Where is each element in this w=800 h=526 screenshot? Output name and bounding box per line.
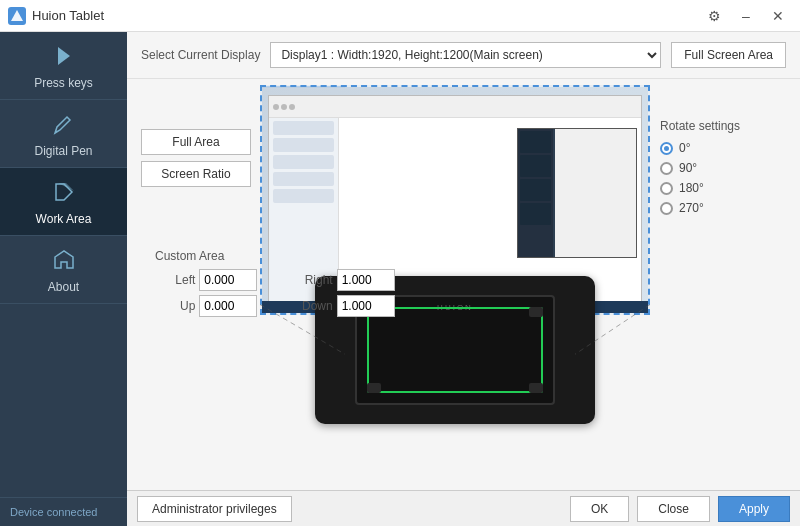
svg-marker-3 bbox=[56, 184, 72, 200]
huion-mini-content bbox=[555, 129, 636, 257]
up-input[interactable] bbox=[199, 295, 257, 317]
press-keys-icon bbox=[50, 42, 78, 70]
mini-item-3 bbox=[520, 179, 551, 201]
ok-button[interactable]: OK bbox=[570, 496, 629, 522]
fullscreen-button[interactable]: Full Screen Area bbox=[671, 42, 786, 68]
fe-toolbar bbox=[269, 96, 641, 118]
sidebar-item-work-area[interactable]: Work Area bbox=[0, 168, 127, 236]
toolbar-dot-2 bbox=[281, 104, 287, 110]
window-controls: ⚙ – ✕ bbox=[700, 6, 792, 26]
digital-pen-icon bbox=[50, 110, 78, 138]
app-title: Huion Tablet bbox=[32, 8, 700, 23]
content-area: Select Current Display Display1 : Width:… bbox=[127, 32, 800, 526]
rotate-radio-90[interactable] bbox=[660, 162, 673, 175]
app-icon bbox=[8, 7, 26, 25]
fe-sidebar-item-3 bbox=[273, 155, 334, 169]
work-display: HUION bbox=[127, 79, 800, 490]
mini-item-2 bbox=[520, 155, 551, 177]
rotate-option-180[interactable]: 180° bbox=[660, 181, 780, 195]
mini-item-1 bbox=[520, 131, 551, 153]
settings-button[interactable]: ⚙ bbox=[700, 6, 728, 26]
corner-bl bbox=[367, 383, 381, 393]
admin-button[interactable]: Administrator privileges bbox=[137, 496, 292, 522]
rotate-option-90[interactable]: 90° bbox=[660, 161, 780, 175]
left-label: Left bbox=[155, 273, 195, 287]
down-input[interactable] bbox=[337, 295, 395, 317]
right-input[interactable] bbox=[337, 269, 395, 291]
tablet-active-area bbox=[367, 307, 543, 393]
custom-area-title: Custom Area bbox=[155, 249, 415, 263]
right-label: Right bbox=[282, 273, 333, 287]
sidebar-item-about[interactable]: About bbox=[0, 236, 127, 304]
rotate-label-90: 90° bbox=[679, 161, 697, 175]
left-input[interactable] bbox=[199, 269, 257, 291]
screen-ratio-button[interactable]: Screen Ratio bbox=[141, 161, 251, 187]
corner-br bbox=[529, 383, 543, 393]
controls-panel: Full Area Screen Ratio Custom Area Left … bbox=[141, 129, 261, 193]
svg-marker-4 bbox=[58, 183, 74, 191]
mini-item-4 bbox=[520, 203, 551, 225]
custom-area-section: Custom Area Left Right Up Down bbox=[155, 249, 415, 317]
huion-mini-sidebar bbox=[518, 129, 553, 257]
rotate-radio-270[interactable] bbox=[660, 202, 673, 215]
fe-sidebar-item-5 bbox=[273, 189, 334, 203]
rotate-label-0: 0° bbox=[679, 141, 690, 155]
work-area-label: Work Area bbox=[36, 212, 92, 226]
sidebar-item-digital-pen[interactable]: Digital Pen bbox=[0, 100, 127, 168]
huion-app-mini bbox=[517, 128, 637, 258]
down-label: Down bbox=[282, 299, 333, 313]
close-dialog-button[interactable]: Close bbox=[637, 496, 710, 522]
rotate-radio-180[interactable] bbox=[660, 182, 673, 195]
toolbar-dot bbox=[273, 104, 279, 110]
sidebar-item-press-keys[interactable]: Press keys bbox=[0, 32, 127, 100]
fe-sidebar-item-2 bbox=[273, 138, 334, 152]
device-status: Device connected bbox=[0, 497, 127, 526]
rotate-option-0[interactable]: 0° bbox=[660, 141, 780, 155]
rotate-panel: Rotate settings 0° 90° 180° 270° bbox=[660, 119, 780, 221]
toolbar-dot-3 bbox=[289, 104, 295, 110]
corner-tr bbox=[529, 307, 543, 317]
work-area-icon bbox=[50, 178, 78, 206]
fe-sidebar-item-4 bbox=[273, 172, 334, 186]
about-icon bbox=[50, 246, 78, 274]
digital-pen-label: Digital Pen bbox=[34, 144, 92, 158]
topbar: Select Current Display Display1 : Width:… bbox=[127, 32, 800, 79]
coord-grid: Left Right Up Down bbox=[155, 269, 415, 317]
minimize-button[interactable]: – bbox=[732, 6, 760, 26]
main-layout: Press keys Digital Pen Work Area bbox=[0, 32, 800, 526]
press-keys-label: Press keys bbox=[34, 76, 93, 90]
rotate-title: Rotate settings bbox=[660, 119, 780, 133]
svg-marker-2 bbox=[58, 47, 70, 65]
up-label: Up bbox=[155, 299, 195, 313]
display-select[interactable]: Display1 : Width:1920, Height:1200(Main … bbox=[270, 42, 661, 68]
titlebar: Huion Tablet ⚙ – ✕ bbox=[0, 0, 800, 32]
rotate-label-180: 180° bbox=[679, 181, 704, 195]
apply-button[interactable]: Apply bbox=[718, 496, 790, 522]
rotate-radio-0[interactable] bbox=[660, 142, 673, 155]
actionbar: Administrator privileges OK Close Apply bbox=[127, 490, 800, 526]
fe-sidebar-item bbox=[273, 121, 334, 135]
sidebar: Press keys Digital Pen Work Area bbox=[0, 32, 127, 526]
rotate-label-270: 270° bbox=[679, 201, 704, 215]
close-button[interactable]: ✕ bbox=[764, 6, 792, 26]
select-display-label: Select Current Display bbox=[141, 48, 260, 62]
full-area-button[interactable]: Full Area bbox=[141, 129, 251, 155]
rotate-option-270[interactable]: 270° bbox=[660, 201, 780, 215]
about-label: About bbox=[48, 280, 79, 294]
